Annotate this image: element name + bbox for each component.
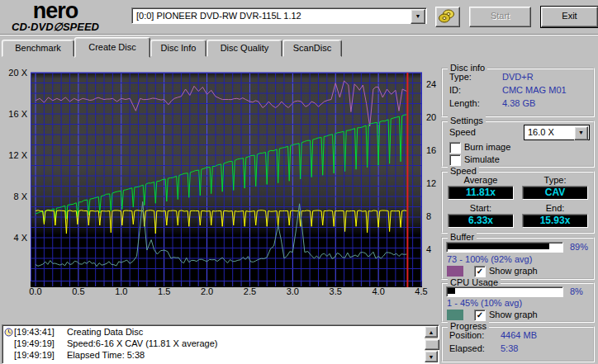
left-axis-tick-label: 16 X	[8, 109, 27, 119]
discs-icon	[436, 7, 458, 25]
elapsed-value: 5:38	[501, 343, 518, 353]
axis-strip	[31, 281, 422, 287]
speed-group: Speed Average Type: 11.81x CAV Start: En…	[441, 171, 595, 234]
simulate-label: Simulate	[464, 154, 500, 164]
cpu-group: CPU Usage 8% 1 - 45% (10% avg) ✓ Show gr…	[441, 282, 595, 323]
burn-image-label: Burn image	[464, 142, 510, 152]
log-time: [19:49:19]	[14, 338, 55, 348]
start-speed-label: Start:	[448, 203, 514, 213]
position-value: 4464 MB	[501, 330, 537, 340]
settings-title: Settings	[448, 116, 486, 125]
x-axis-tick-label: 4.5	[415, 286, 427, 296]
x-axis-tick-label: 3.5	[330, 286, 342, 296]
log-text: Speed:6-16 X CAV (11.81 X average)	[67, 338, 217, 348]
disc-type-label: Type:	[449, 72, 472, 82]
end-speed-label: End:	[522, 203, 588, 213]
x-axis-tick-label: 0.5	[72, 286, 84, 296]
log-text: Creating Data Disc	[67, 327, 143, 337]
disc-info-group: Disc info Type: DVD+R ID: CMC MAG M01 Le…	[441, 68, 595, 117]
x-axis-tick-label: 1.5	[158, 286, 170, 296]
disc-length-value: 4.38 GB	[502, 98, 535, 108]
buffer-group: Buffer 89% 73 - 100% (92% avg) ✓ Show gr…	[441, 237, 595, 280]
status-log: [19:43:41] Creating Data Disc [19:49:19]…	[2, 324, 439, 364]
x-axis-tick-label: 0.0	[29, 286, 41, 296]
clock-icon	[4, 328, 13, 337]
speed-type-value: CAV	[522, 186, 588, 200]
buffer-range: 73 - 100% (92% avg)	[447, 254, 532, 264]
buffer-percent: 89%	[570, 242, 588, 252]
right-axis-tick-label: 12	[426, 178, 436, 188]
x-axis-tick-label: 1.0	[115, 286, 127, 296]
left-axis-tick-label: 4 X	[13, 233, 27, 243]
eject-disc-button[interactable]	[435, 7, 460, 27]
left-axis-tick-label: 8 X	[13, 191, 27, 201]
settings-group: Settings Speed 16.0 X ▼ Burn image Simul…	[441, 121, 595, 168]
buffer-color-swatch	[447, 266, 463, 277]
position-label: Position:	[449, 330, 484, 340]
log-scrollbar[interactable]: ▲ ▼	[425, 326, 438, 362]
start-button[interactable]: Start	[469, 7, 531, 27]
cpu-color-swatch	[447, 310, 463, 320]
scroll-down-button[interactable]: ▼	[425, 351, 438, 362]
disc-length-label: Length:	[449, 98, 480, 108]
disc-type-value: DVD+R	[502, 72, 534, 82]
avg-speed-value: 11.81x	[448, 186, 514, 200]
tab-create-disc[interactable]: Create Disc	[74, 37, 150, 58]
buffer-show-graph-checkbox[interactable]: ✓	[474, 266, 486, 277]
end-speed-value: 15.93x	[522, 214, 588, 228]
left-axis-tick-label: 12 X	[8, 150, 27, 160]
cpu-show-graph-label: Show graph	[489, 310, 538, 319]
x-axis-tick-label: 2.5	[244, 286, 256, 296]
log-time: [19:43:41]	[14, 327, 55, 337]
burn-image-checkbox[interactable]	[449, 142, 461, 154]
buffer-show-graph-label: Show graph	[489, 266, 538, 276]
avg-speed-label: Average	[448, 175, 514, 185]
log-time: [19:49:19]	[14, 350, 55, 360]
cpu-show-graph-checkbox[interactable]: ✓	[474, 310, 486, 321]
right-axis-tick-label: 16	[426, 145, 436, 155]
cpu-percent: 8%	[570, 286, 583, 296]
buffer-title: Buffer	[448, 232, 477, 242]
speed-select[interactable]: 16.0 X ▼	[524, 125, 590, 140]
cpu-bar	[446, 286, 563, 297]
log-text: Elapsed Time: 5:38	[67, 350, 145, 360]
write-speed-chart: 20 X16 X12 X8 X4 X24201612840.00.51.01.5…	[0, 0, 438, 310]
speed-setting-label: Speed	[449, 127, 476, 137]
speed-select-value: 16.0 X	[528, 127, 554, 137]
x-axis-tick-label: 4.0	[372, 286, 384, 296]
left-axis-tick-label: 20 X	[8, 68, 27, 78]
simulate-checkbox[interactable]	[449, 154, 461, 166]
exit-button[interactable]: Exit	[541, 7, 598, 27]
speed-type-label: Type:	[522, 175, 588, 185]
elapsed-label: Elapsed:	[449, 343, 485, 353]
speed-select-dropdown-button[interactable]: ▼	[574, 126, 588, 140]
disc-id-label: ID:	[449, 85, 461, 95]
right-axis-tick-label: 20	[426, 112, 436, 122]
progress-group: Progress Position: 4464 MB Elapsed: 5:38	[441, 326, 595, 362]
nero-cd-dvd-speed-window: { "header": { "logo": {"top":"nero","bot…	[0, 0, 598, 364]
buffer-bar	[446, 242, 563, 253]
right-axis-tick-label: 24	[426, 79, 436, 89]
right-axis-tick-label: 4	[426, 244, 431, 254]
cpu-range: 1 - 45% (10% avg)	[447, 298, 522, 308]
buffer-bar-fill	[448, 243, 549, 249]
cpu-bar-fill	[448, 288, 455, 294]
right-axis-tick-label: 8	[426, 211, 431, 221]
start-speed-value: 6.33x	[448, 214, 514, 228]
disc-id-value: CMC MAG M01	[502, 85, 567, 95]
x-axis-tick-label: 3.0	[287, 286, 299, 296]
scroll-up-button[interactable]: ▲	[425, 326, 438, 338]
scrollbar-thumb[interactable]	[425, 339, 439, 350]
x-axis-tick-label: 2.0	[201, 286, 213, 296]
